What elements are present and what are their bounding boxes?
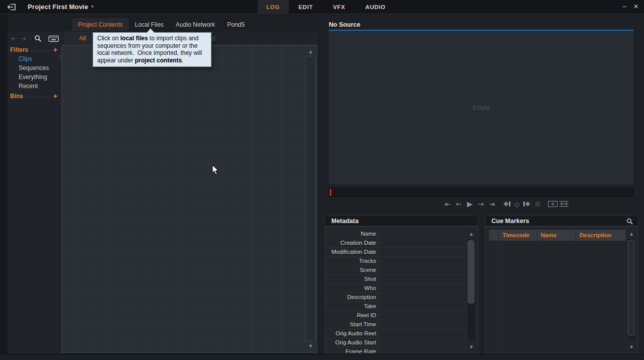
tab-audio-network[interactable]: Audio Network: [170, 18, 221, 31]
metadata-value[interactable]: [379, 320, 467, 329]
left-edge-strip: [0, 14, 8, 360]
metadata-label: Description: [325, 293, 379, 302]
metadata-label: Orig Audio Start: [325, 338, 379, 347]
metadata-rows: Name Creation Date Modification Date Tra…: [325, 230, 467, 353]
metadata-value[interactable]: [379, 347, 467, 353]
step-forward-icon[interactable]: →: [475, 199, 486, 208]
filters-section-header: Filters +: [10, 46, 57, 53]
metadata-row: Start Time: [325, 320, 467, 329]
cue-table-body: [489, 241, 626, 350]
metadata-value[interactable]: [379, 302, 467, 311]
step-back-icon[interactable]: ←: [453, 199, 464, 208]
metadata-value[interactable]: [379, 329, 467, 338]
metadata-scrollbar-track[interactable]: [468, 239, 475, 340]
sidebar-toolbar: ← →: [11, 34, 59, 43]
metadata-value[interactable]: [379, 257, 467, 265]
metadata-row: Name: [325, 230, 467, 239]
selected-filter-notch: [56, 53, 61, 60]
cue-scroll-up-icon[interactable]: ▲: [628, 232, 635, 236]
metadata-value[interactable]: [379, 338, 467, 347]
metadata-value[interactable]: [379, 275, 467, 283]
playhead-marker: [330, 189, 331, 196]
sidebar-item-recent[interactable]: Recent: [19, 82, 59, 91]
cue-scrollbar-track[interactable]: [628, 239, 635, 340]
metadata-value[interactable]: [379, 230, 467, 238]
cue-table-header: Timecode Name Description: [489, 230, 626, 241]
metadata-value[interactable]: [379, 239, 467, 247]
project-dropdown-caret-icon[interactable]: ▾: [91, 4, 94, 9]
mark-out-icon[interactable]: [521, 199, 532, 208]
project-title[interactable]: Project First Movie: [28, 3, 88, 11]
metadata-row: Frame Rate: [325, 347, 467, 353]
metadata-label: Scene: [325, 266, 379, 274]
tab-pond5[interactable]: Pond5: [221, 18, 251, 31]
cue-scroll-down-icon[interactable]: ▼: [628, 345, 635, 349]
keyboard-icon[interactable]: [48, 35, 59, 42]
exit-project-icon[interactable]: [6, 3, 17, 11]
tooltip-text: .: [182, 57, 183, 64]
metadata-label: Shot: [325, 275, 379, 283]
room-tabs: LOG EDIT VFX AUDIO: [258, 0, 396, 14]
dotted-leader: [26, 97, 52, 97]
bin-scroll-down-icon[interactable]: ▼: [307, 344, 314, 348]
bin-scroll-up-icon[interactable]: ▲: [307, 49, 314, 54]
metadata-scroll-down-icon[interactable]: ▼: [468, 345, 475, 349]
metadata-value[interactable]: [379, 266, 467, 274]
cue-search-icon[interactable]: [626, 218, 633, 225]
cue-markers-panel: Cue Markers Timecode Name Description ▲ …: [485, 215, 638, 353]
sidebar-item-clips[interactable]: Clips: [19, 54, 59, 63]
add-filter-icon[interactable]: +: [53, 47, 57, 53]
minimize-icon[interactable]: –: [620, 2, 629, 12]
add-bin-icon[interactable]: +: [53, 93, 57, 99]
search-icon[interactable]: [34, 35, 42, 42]
cue-col-name[interactable]: Name: [537, 230, 576, 241]
tooltip-bold-project-contents: project contents: [135, 57, 182, 64]
cue-col-timecode[interactable]: Timecode: [499, 230, 537, 241]
sidebar-item-everything[interactable]: Everything: [19, 73, 59, 82]
play-icon[interactable]: ▶: [464, 199, 475, 208]
metadata-value[interactable]: [379, 284, 467, 293]
metadata-row: Who: [325, 284, 467, 293]
tab-edit[interactable]: EDIT: [289, 0, 323, 14]
cue-marker-icon[interactable]: ◇: [513, 199, 521, 208]
content-source-tabs: Project Contents Local Files Audio Netwo…: [72, 18, 251, 31]
hidden-tab-fragment: d: [211, 35, 215, 42]
metadata-label: Name: [325, 230, 379, 238]
dotted-leader: [31, 50, 52, 51]
fit-width-icon[interactable]: [558, 199, 569, 208]
park-icon[interactable]: [532, 199, 543, 208]
metadata-scrollbar-thumb[interactable]: [468, 240, 474, 304]
metadata-row: Reel ID: [325, 311, 467, 320]
metadata-label: Take: [325, 302, 379, 311]
metadata-label: Who: [325, 284, 379, 293]
tab-audio[interactable]: AUDIO: [355, 0, 396, 14]
metadata-scroll-up-icon[interactable]: ▲: [468, 232, 475, 236]
cue-marker-column: [489, 241, 499, 350]
tooltip-bold-local-files: local files: [120, 35, 148, 42]
insert-below-icon[interactable]: [547, 199, 558, 208]
goto-end-icon[interactable]: ⇥: [486, 199, 497, 208]
cue-markers-table: Timecode Name Description: [489, 230, 626, 350]
cue-col-description[interactable]: Description: [576, 230, 626, 241]
local-files-tooltip: Click on local files to import clips and…: [93, 32, 211, 67]
metadata-value[interactable]: [379, 248, 467, 256]
metadata-label: Reel ID: [325, 311, 379, 320]
source-timeline-strip[interactable]: [329, 188, 633, 197]
tab-project-contents[interactable]: Project Contents: [72, 18, 129, 31]
metadata-row: Take: [325, 302, 467, 311]
back-arrow-icon[interactable]: ←: [11, 35, 21, 42]
close-icon[interactable]: ✕: [631, 2, 640, 12]
clips-bin-grid: [61, 45, 317, 353]
metadata-value[interactable]: [379, 311, 467, 320]
forward-arrow-icon[interactable]: →: [21, 35, 30, 42]
metadata-row: Orig Audio Start: [325, 338, 467, 347]
mark-in-icon[interactable]: [502, 199, 513, 208]
tab-vfx[interactable]: VFX: [323, 0, 355, 14]
tab-log[interactable]: LOG: [258, 0, 289, 14]
bin-scrollbar-thumb[interactable]: [305, 56, 316, 341]
cue-scrollbar-thumb[interactable]: [628, 240, 634, 336]
sidebar-item-sequences[interactable]: Sequences: [19, 63, 59, 73]
metadata-row: Description: [325, 293, 467, 302]
goto-start-icon[interactable]: ⇤: [442, 199, 453, 208]
metadata-value[interactable]: [379, 293, 467, 302]
